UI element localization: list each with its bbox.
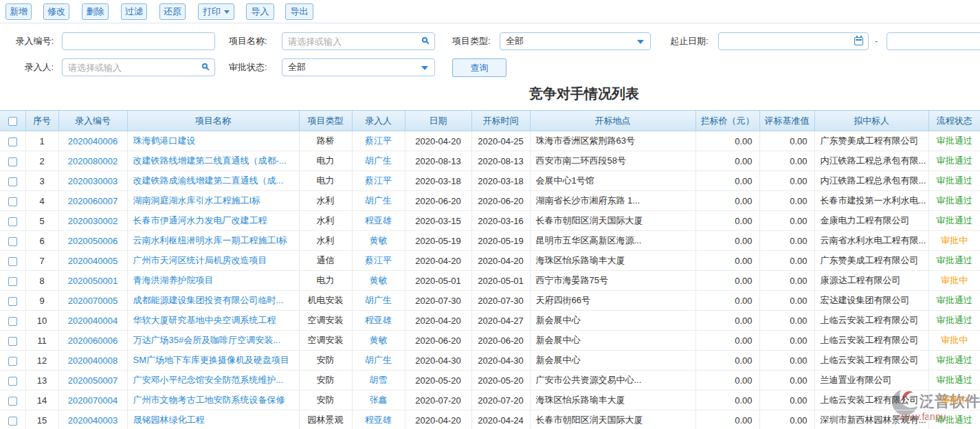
project-name-link[interactable]: 成都能源建设集团投资有限公司临时... (133, 295, 284, 305)
row-checkbox[interactable] (8, 277, 17, 286)
row-checkbox-cell (0, 231, 25, 251)
entry-person-link[interactable]: 黄敏 (370, 275, 388, 285)
project-name-link[interactable]: 广州市天河区统计局机房改造项目 (133, 255, 267, 265)
project-name-link[interactable]: 云南水利枢纽潜明水库一期工程施工I标 (133, 235, 288, 245)
row-checkbox[interactable] (8, 257, 17, 266)
row-seq: 7 (25, 251, 58, 271)
project-name-link[interactable]: 华软大厦研究基地中央空调系统工程 (133, 315, 276, 325)
filter-button[interactable]: 过滤 (121, 3, 147, 20)
import-button[interactable]: 导入 (246, 3, 274, 20)
entry-person-link[interactable]: 程亚雄 (365, 415, 392, 425)
row-open-time: 2020-03-18 (471, 171, 530, 191)
row-checkbox[interactable] (8, 357, 17, 366)
entry-code-link[interactable]: 2020030003 (68, 176, 118, 186)
calendar-icon[interactable] (854, 37, 863, 45)
row-checkbox[interactable] (8, 317, 17, 326)
project-name-link[interactable]: 珠海鹤港口建设 (133, 135, 196, 146)
delete-button[interactable]: 删除 (82, 3, 109, 20)
row-entry-person: 黄敏 (352, 331, 405, 351)
row-checkbox[interactable] (8, 397, 17, 406)
row-project-name: 华软大厦研究基地中央空调系统工程 (127, 311, 299, 331)
row-date: 2020-06-20 (405, 191, 471, 211)
date-from-input[interactable] (718, 32, 869, 50)
print-button[interactable]: 打印 (198, 3, 234, 20)
project-name-link[interactable]: SM广场地下车库更换摄像机及硬盘项目 (133, 355, 290, 365)
row-block-price: 0.00 (695, 311, 759, 331)
entry-person-link[interactable]: 胡雪 (370, 375, 388, 385)
entry-person-link[interactable]: 黄敏 (370, 235, 388, 245)
row-date: 2020-04-20 (405, 251, 471, 271)
entry-person-link[interactable]: 蔡江平 (365, 135, 392, 146)
query-button[interactable]: 查询 (452, 58, 506, 77)
entry-code-link[interactable]: 2020040006 (68, 136, 118, 146)
row-checkbox-cell (0, 331, 25, 351)
entry-code-link[interactable]: 2020050001 (68, 276, 118, 286)
project-name-link[interactable]: 改建铁路成渝线增建第二直通线（成... (133, 175, 284, 186)
row-entry-code: 2020030003 (58, 171, 127, 191)
entry-person-link[interactable]: 黄敏 (370, 335, 388, 345)
project-name-link[interactable]: 湖南洞庭湖水库引水工程施工I标 (133, 195, 261, 206)
chevron-down-icon (421, 66, 428, 70)
project-name-link[interactable]: 广安邓小平纪念馆安全防范系统维护... (133, 375, 284, 385)
project-name-input[interactable] (282, 32, 435, 50)
project-name-link[interactable]: 万达广场35#会所及咖啡厅空调安装... (133, 335, 281, 345)
row-checkbox[interactable] (8, 177, 17, 186)
entry-code-link[interactable]: 2020050006 (68, 236, 118, 246)
row-checkbox[interactable] (8, 337, 17, 346)
entry-code-link[interactable]: 2020040005 (68, 256, 118, 266)
row-checkbox[interactable] (8, 157, 17, 166)
entry-code-link[interactable]: 2020040008 (68, 355, 118, 366)
entry-person-link[interactable]: 张鑫 (370, 395, 388, 405)
project-name-link[interactable]: 青海洪湖养护院项目 (133, 275, 214, 285)
row-flow-status: 审批通过 (928, 211, 980, 231)
entry-person-link[interactable]: 程亚雄 (365, 215, 392, 226)
entry-code-link[interactable]: 2020080002 (68, 156, 118, 166)
entry-person-link[interactable]: 胡广生 (365, 355, 392, 365)
row-checkbox[interactable] (8, 377, 17, 386)
entry-code-link[interactable]: 2020040004 (68, 316, 118, 326)
row-checkbox[interactable] (8, 237, 17, 246)
export-button[interactable]: 导出 (285, 3, 313, 20)
project-name-link[interactable]: 改建铁路线增建第二线直通线（成都-... (133, 155, 287, 166)
row-project-type: 电力 (299, 151, 352, 171)
search-icon[interactable] (422, 37, 427, 43)
entry-person-input[interactable] (62, 58, 215, 76)
entry-person-link[interactable]: 胡广生 (365, 295, 392, 305)
entry-code-link[interactable]: 2020050007 (68, 375, 118, 386)
entry-person-link[interactable]: 蔡江平 (365, 175, 392, 186)
entry-code-link[interactable]: 2020070005 (68, 296, 118, 306)
row-entry-code: 2020050001 (58, 271, 127, 291)
row-checkbox[interactable] (8, 138, 17, 146)
search-icon[interactable] (202, 63, 208, 69)
add-button[interactable]: 新增 (5, 3, 32, 20)
row-checkbox[interactable] (8, 217, 17, 226)
row-checkbox[interactable] (8, 197, 17, 206)
project-name-link[interactable]: 长春市伊通河水力发电厂改建工程 (133, 215, 267, 226)
row-date: 2020-04-20 (405, 131, 471, 151)
row-seq: 4 (25, 191, 58, 211)
row-open-time: 2020-04-27 (471, 311, 530, 331)
row-seq: 1 (25, 131, 58, 151)
row-flow-status: 审批通过 (928, 171, 980, 191)
entry-code-link[interactable]: 2020030002 (68, 216, 118, 226)
entry-code-link[interactable]: 2020060007 (68, 196, 118, 206)
entry-code-link[interactable]: 2020070004 (68, 395, 118, 406)
project-type-select[interactable]: 全部 (500, 32, 651, 50)
approval-status-select[interactable]: 全部 (282, 58, 435, 76)
select-all-checkbox[interactable] (8, 117, 17, 126)
date-to-input[interactable] (887, 32, 980, 50)
entry-person-link[interactable]: 胡广生 (365, 155, 392, 166)
row-entry-code: 2020040004 (58, 311, 127, 331)
project-name-link[interactable]: 广州市文物考古工地安防系统设备保修 (133, 395, 285, 405)
row-checkbox[interactable] (8, 297, 17, 306)
entry-person-link[interactable]: 程亚雄 (365, 315, 392, 325)
entry-person-link[interactable]: 胡广生 (365, 195, 392, 206)
entry-code-link[interactable]: 2020040003 (68, 415, 118, 426)
entry-person-link[interactable]: 蔡江平 (365, 255, 392, 265)
project-name-link[interactable]: 晟铭园林绿化工程 (133, 415, 205, 425)
entry-code-link[interactable]: 2020060006 (68, 336, 118, 346)
row-checkbox[interactable] (8, 417, 17, 426)
entry-code-input[interactable] (62, 32, 215, 50)
restore-button[interactable]: 还原 (159, 3, 186, 20)
edit-button[interactable]: 修改 (43, 3, 69, 20)
